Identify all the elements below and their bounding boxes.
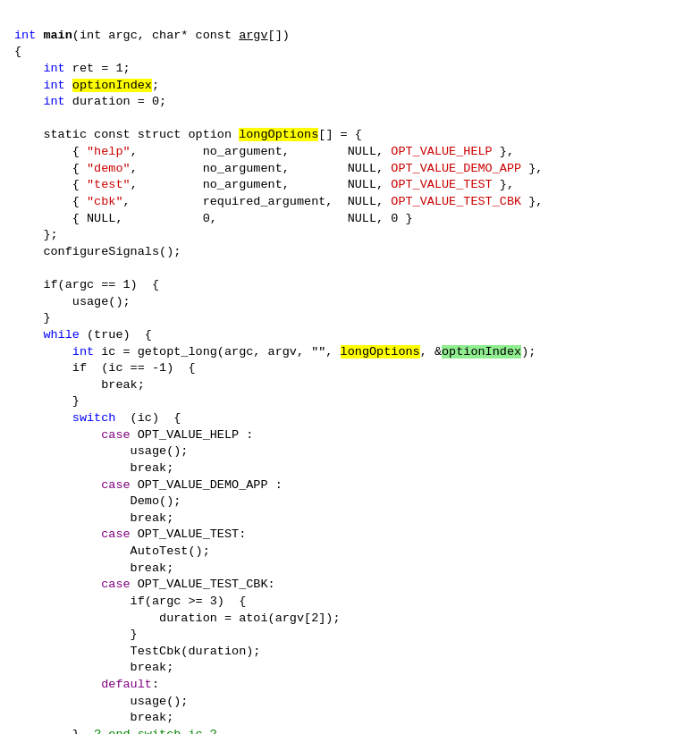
const-test: OPT_VALUE_TEST xyxy=(391,178,492,191)
kw-case-test: case xyxy=(101,527,130,541)
brace-open: { xyxy=(14,45,21,58)
str-demo: "demo" xyxy=(87,162,131,175)
const-help: OPT_VALUE_HELP xyxy=(391,145,492,158)
fn-main: main xyxy=(43,29,72,42)
str-help: "help" xyxy=(87,145,131,158)
const-cbk: OPT_VALUE_TEST_CBK xyxy=(391,195,521,208)
kw-while: while xyxy=(43,328,80,342)
main-params: (int argc, char* const argv[]) xyxy=(72,29,290,42)
kw-case-demo: case xyxy=(101,478,130,492)
type-int-ic: int xyxy=(72,345,94,359)
type-int-duration: int xyxy=(43,95,64,108)
str-cbk: "cbk" xyxy=(87,195,123,208)
kw-default: default xyxy=(101,678,152,691)
kw-case-help: case xyxy=(101,428,130,442)
comment-switch: ? end switch ic ? xyxy=(94,728,217,734)
type-int-ret: int xyxy=(43,62,64,75)
type-int-optionindex: int xyxy=(43,79,64,92)
kw-case-cbk: case xyxy=(101,578,130,591)
hl-longoptions-decl: longOptions xyxy=(239,128,318,141)
code-editor: int main(int argc, char* const argv[]) {… xyxy=(14,11,686,734)
str-test: "test" xyxy=(87,178,131,191)
hl-optionindex: optionIndex xyxy=(72,79,152,92)
kw-switch: switch xyxy=(72,411,116,425)
hl-optionindex-use: optionIndex xyxy=(442,345,521,359)
hl-longoptions-use: longOptions xyxy=(341,345,420,359)
type-int-main: int xyxy=(14,29,36,42)
const-demo: OPT_VALUE_DEMO_APP xyxy=(391,162,521,175)
